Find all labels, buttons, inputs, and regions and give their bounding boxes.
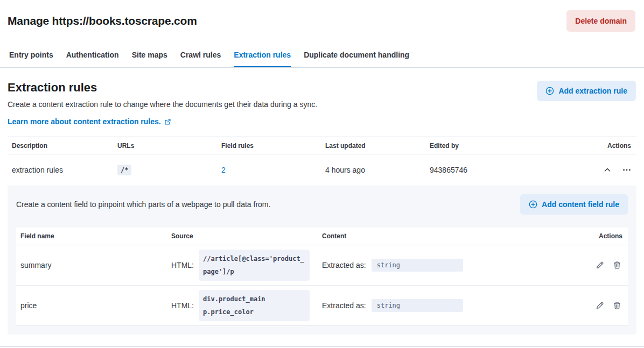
field-rules-panel: Create a content field to pinpoint which…: [8, 186, 636, 335]
content-fields-header-row: Field name Source Content Actions: [16, 228, 628, 245]
manage-domain-page: Manage https://books.toscrape.com Delete…: [0, 0, 644, 347]
rule-edited-by: 943865746: [425, 166, 583, 174]
field-rule-row: summary HTML: //article[@class='product_…: [16, 245, 628, 286]
plus-circle-icon: [529, 200, 537, 209]
extracted-as-label: Extracted as:: [322, 301, 366, 310]
trash-icon: [613, 261, 621, 269]
rule-last-updated: 4 hours ago: [321, 166, 425, 174]
edit-field-rule-button[interactable]: [596, 301, 604, 310]
tab-bar: Entry points Authentication Site maps Cr…: [0, 42, 644, 68]
field-rule-row: price HTML: div.product_main p.price_col…: [16, 286, 628, 326]
learn-more-label: Learn more about content extraction rule…: [8, 117, 161, 126]
col-edited-by: Edited by: [425, 142, 583, 150]
extraction-rules-section-header: Extraction rules Create a content extrac…: [0, 68, 644, 126]
add-extraction-rule-label: Add extraction rule: [558, 87, 627, 95]
field-source-cell: HTML: //article[@class='product_page']/p: [167, 250, 318, 281]
col-last-updated: Last updated: [321, 142, 425, 150]
source-selector-code: //article[@class='product_page']/p: [199, 250, 310, 281]
col-actions: Actions: [583, 142, 636, 150]
content-type-badge: string: [372, 299, 463, 312]
delete-field-rule-button[interactable]: [613, 261, 621, 269]
add-content-field-rule-label: Add content field rule: [542, 200, 619, 209]
content-type-badge: string: [372, 259, 463, 272]
add-extraction-rule-button[interactable]: Add extraction rule: [537, 81, 636, 101]
collapse-row-button[interactable]: [603, 166, 612, 174]
tab-site-maps[interactable]: Site maps: [132, 42, 167, 67]
source-type-label: HTML:: [171, 261, 194, 269]
chevron-up-icon: [603, 166, 612, 174]
field-actions-cell: [578, 261, 628, 269]
table-row: extraction rules /* 2 4 hours ago 943865…: [8, 154, 636, 186]
edit-field-rule-button[interactable]: [596, 261, 604, 269]
rule-field-rules-cell: 2: [217, 166, 321, 174]
field-actions-cell: [578, 301, 628, 310]
source-type-label: HTML:: [171, 301, 194, 310]
trash-icon: [613, 301, 621, 310]
rule-description: extraction rules: [8, 166, 113, 174]
col-field-rules: Field rules: [217, 142, 321, 150]
table-header-row: Description URLs Field rules Last update…: [8, 137, 636, 154]
row-menu-button[interactable]: [622, 166, 631, 174]
field-content-cell: Extracted as: string: [318, 259, 578, 272]
field-content-cell: Extracted as: string: [318, 299, 578, 312]
col-source: Source: [167, 232, 318, 240]
delete-domain-button[interactable]: Delete domain: [566, 10, 635, 32]
section-title: Extraction rules: [8, 81, 317, 95]
bottom-divider: [0, 346, 644, 347]
url-pattern-badge: /*: [117, 165, 131, 175]
field-source-cell: HTML: div.product_main p.price_color: [167, 290, 318, 321]
section-text: Extraction rules Create a content extrac…: [8, 81, 317, 126]
col-field-actions: Actions: [578, 232, 628, 240]
col-description: Description: [8, 142, 113, 150]
tab-duplicate-document-handling[interactable]: Duplicate document handling: [304, 42, 409, 67]
extraction-rules-table: Description URLs Field rules Last update…: [8, 137, 636, 186]
section-description: Create a content extraction rule to chan…: [8, 99, 317, 110]
tab-extraction-rules[interactable]: Extraction rules: [234, 42, 291, 67]
plus-circle-icon: [545, 87, 554, 95]
rule-actions-cell: [583, 166, 636, 174]
col-content: Content: [318, 232, 578, 240]
source-selector-code: div.product_main p.price_color: [199, 290, 310, 321]
content-fields-table: Field name Source Content Actions summar…: [16, 228, 628, 326]
rule-urls-cell: /*: [113, 165, 217, 175]
panel-description: Create a content field to pinpoint which…: [16, 200, 270, 209]
ellipsis-icon: [622, 166, 631, 174]
pencil-icon: [596, 261, 604, 269]
tab-authentication[interactable]: Authentication: [66, 42, 119, 67]
field-rules-count-link[interactable]: 2: [221, 166, 226, 174]
external-link-icon: [164, 118, 171, 125]
extracted-as-label: Extracted as:: [322, 261, 366, 269]
col-field-name: Field name: [16, 232, 167, 240]
col-urls: URLs: [113, 142, 217, 150]
field-name: summary: [16, 261, 167, 269]
page-header: Manage https://books.toscrape.com Delete…: [0, 0, 644, 42]
field-rules-panel-header: Create a content field to pinpoint which…: [16, 194, 628, 215]
pencil-icon: [596, 301, 604, 310]
tab-entry-points[interactable]: Entry points: [9, 42, 53, 67]
learn-more-link[interactable]: Learn more about content extraction rule…: [8, 117, 171, 126]
delete-field-rule-button[interactable]: [613, 301, 621, 310]
add-content-field-rule-button[interactable]: Add content field rule: [520, 194, 628, 215]
field-name: price: [16, 301, 167, 310]
page-title: Manage https://books.toscrape.com: [8, 15, 197, 27]
tab-crawl-rules[interactable]: Crawl rules: [180, 42, 221, 67]
